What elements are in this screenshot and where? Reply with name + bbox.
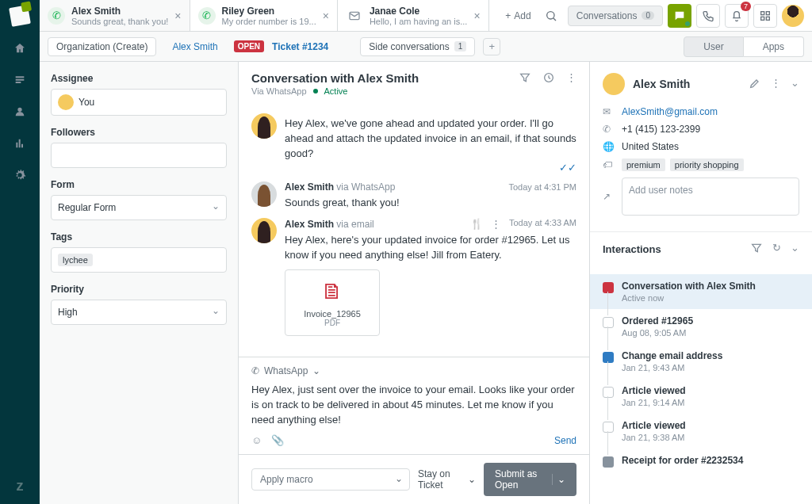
phone-icon: ✆ [603,124,614,135]
assignee-field[interactable]: You [51,89,227,116]
notifications-button[interactable]: 7 [725,4,749,28]
status-open-icon [603,282,614,293]
email-icon [346,7,363,25]
attachment[interactable]: 🗎 Invoice_12965 PDF [285,269,380,336]
attachment-name: Invoice_12965 [293,309,371,319]
interactions-title: Interactions [603,243,661,255]
message-text: Hey Alex, here's your updated invoice fo… [285,233,576,263]
interaction-item[interactable]: Ordered #12965Aug 08, 9:05 AM [590,309,812,344]
filter-icon[interactable] [750,242,763,257]
submit-button[interactable]: Submit as Open⌄ [484,463,576,496]
user-location: United States [622,141,679,152]
history-icon[interactable] [542,71,555,86]
interaction-item[interactable]: Conversation with Alex SmithActive now [590,274,812,309]
filter-icon[interactable] [519,71,531,86]
user-tab[interactable]: User [684,36,743,57]
user-notes-input[interactable]: Add user notes [622,178,799,216]
svg-rect-5 [766,17,769,20]
tag-chip[interactable]: lychee [58,254,93,266]
status-solved-icon [603,456,614,468]
attachment-icon[interactable]: 📎 [271,434,284,446]
more-icon[interactable]: ⋮ [491,218,501,230]
organization-link[interactable]: Organization (Create) [48,37,156,56]
edit-icon[interactable] [749,77,761,92]
customer-avatar-icon [251,181,277,207]
form-label: Form [51,179,227,190]
tab-janae-cole[interactable]: Janae Cole Hello, I am having an is... × [338,0,489,31]
left-rail: z [0,0,40,504]
emoji-icon[interactable]: ☺ [251,434,262,446]
message-text: Sounds great, thank you! [285,196,576,211]
interaction-item[interactable]: Article viewedJan 21, 9:38 AM [590,414,812,449]
attachment-type: PDF [293,319,371,327]
message-time: Today at 4:31 PM [508,182,576,192]
tab-riley-green[interactable]: ✆ Riley Green My order number is 19... × [190,0,338,31]
chevron-down-icon[interactable]: ⌄ [791,77,799,92]
search-icon[interactable] [539,4,563,28]
interaction-item[interactable]: Receipt for order #2232534 [590,449,812,474]
top-tabs: ✆ Alex Smith Sounds great, thank you! × … [40,0,812,32]
more-icon[interactable]: ⋮ [566,71,576,86]
stay-on-ticket-button[interactable]: Stay on Ticket⌄ [418,468,476,491]
send-button[interactable]: Send [554,435,576,446]
zendesk-logo-icon[interactable]: z [17,478,24,494]
composer-input[interactable]: Hey Alex, just sent over the invoice to … [251,383,576,428]
form-select[interactable]: Regular Form [51,195,227,220]
chat-icon[interactable] [668,4,691,28]
home-icon[interactable] [11,40,29,57]
phone-icon[interactable] [696,4,720,28]
conversation-status: Active [324,86,348,96]
interaction-item[interactable]: Change email addressJan 21, 9:43 AM [590,344,812,379]
more-icon[interactable]: ⋮ [771,77,781,92]
add-side-conv-button[interactable]: + [483,38,500,55]
close-icon[interactable]: × [323,10,329,22]
reporting-icon[interactable] [11,135,29,152]
ticket-id[interactable]: Ticket #1234 [272,41,328,52]
side-conversations-button[interactable]: Side conversations 1 [360,37,475,56]
interaction-item[interactable]: Article viewedJan 21, 9:14 AM [590,379,812,414]
tab-subtitle: Sounds great, thank you! [71,17,168,26]
conversations-count: 0 [642,11,654,20]
priority-select[interactable]: High [51,300,227,325]
user-email[interactable]: AlexSmith@gmail.com [622,106,718,117]
assignee-label: Assignee [51,73,227,84]
tags-field[interactable]: lychee [51,247,227,273]
user-phone: +1 (415) 123-2399 [622,124,700,135]
user-name: Alex Smith [633,78,741,90]
views-icon[interactable] [11,71,29,89]
conversation-panel: Conversation with Alex Smith Via WhatsAp… [238,62,590,504]
message-text: Hey Alex, we've gone ahead and updated y… [285,116,576,162]
whatsapp-icon: ✆ [251,365,259,376]
tab-alex-smith[interactable]: ✆ Alex Smith Sounds great, thank you! × [40,0,190,31]
svg-rect-2 [761,11,764,14]
product-logo-icon[interactable] [9,5,31,27]
conversations-button[interactable]: Conversations 0 [568,6,663,26]
user-avatar-icon [603,73,625,95]
tag-icon: 🏷 [603,159,614,170]
status-none-icon [603,422,614,433]
chevron-down-icon[interactable]: ⌄ [791,242,799,257]
tab-title: Riley Green [222,6,316,17]
context-tabs: Organization (Create) Alex Smith OPEN Ti… [40,32,812,62]
apps-grid-icon[interactable] [753,4,777,28]
add-tab-button[interactable]: +Add [502,7,534,25]
followers-field[interactable] [51,143,227,168]
side-conv-count: 1 [454,41,467,52]
read-receipt-icon: ✓✓ [559,162,576,174]
message-channel: via email [336,219,373,230]
profile-avatar[interactable] [782,5,804,27]
apps-tab[interactable]: Apps [744,36,804,57]
chevron-down-icon: ⌄ [552,474,565,485]
ticket-properties: Assignee You Followers Form Regular Form… [40,62,238,504]
status-none-icon [603,387,614,398]
close-icon[interactable]: × [174,10,181,22]
requester-link[interactable]: Alex Smith [164,38,225,55]
refresh-icon[interactable]: ↻ [772,242,781,257]
admin-icon[interactable] [11,166,29,184]
status-none-icon [603,317,614,328]
macro-select[interactable]: Apply macro [251,468,410,491]
close-icon[interactable]: × [473,10,480,22]
utensils-icon[interactable]: 🍴 [470,218,483,230]
composer-channel-select[interactable]: ✆ WhatsApp ⌄ [251,365,576,376]
customers-icon[interactable] [11,103,29,120]
